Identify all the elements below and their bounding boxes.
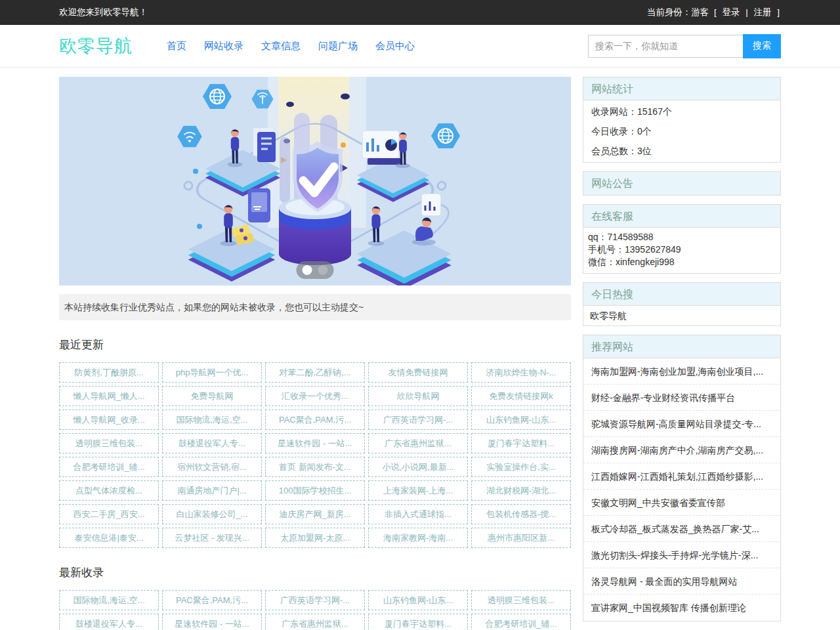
site-link[interactable]: 小说,小说网,最新... <box>368 457 468 477</box>
latest-included-grid: 国际物流,海运,空...PAC聚合,PAM,污...广西英语学习网-...山东钓… <box>59 590 571 630</box>
nav-link[interactable]: 首页 <box>167 40 186 52</box>
site-link[interactable]: 星速软件园 - 一站... <box>162 614 262 630</box>
site-link[interactable]: 迪庆房产网_新房... <box>265 504 365 524</box>
site-link[interactable]: 合肥考研培训_辅... <box>59 457 159 477</box>
nav-link[interactable]: 文章信息 <box>261 40 301 52</box>
announcement-title: 网站公告 <box>583 172 780 195</box>
site-link[interactable]: 防黄剂,丁酰肼原... <box>59 362 159 383</box>
nav-link[interactable]: 会员中心 <box>375 40 415 52</box>
carousel-dot-active[interactable] <box>303 265 312 275</box>
recommended-site-link[interactable]: 安徽文明网_中共安徽省委宣传部 <box>583 490 780 516</box>
recommended-site-link[interactable]: 洛灵导航网 - 最全面的实用导航网站 <box>583 568 780 595</box>
recommended-site-link[interactable]: 激光切割头-焊接头-手持焊-光学镜片-深... <box>583 542 780 568</box>
site-link[interactable]: 泰安信息港|泰安... <box>59 528 159 548</box>
stat-row: 会员总数：3位 <box>583 141 780 161</box>
recommended-site-link[interactable]: 湖南搜房网-湖南房产中介,湖南房产交易,... <box>583 437 780 463</box>
site-link[interactable]: 国际物流,海运,空... <box>59 590 159 610</box>
site-link[interactable]: 白山家装修公司_... <box>162 504 262 524</box>
site-link[interactable]: 实验室操作台,实... <box>471 457 571 477</box>
site-link[interactable]: 宿州软文营销,宿... <box>162 457 262 477</box>
search-bar: 搜索 <box>588 34 781 58</box>
site-link[interactable]: 西安二手房_西安... <box>59 504 159 524</box>
recommended-site-link[interactable]: 财经-金融界-专业财经资讯传播平台 <box>583 385 780 411</box>
recommended-site-link[interactable]: 驼城资源导航网-高质量网站目录提交-专... <box>583 411 780 437</box>
site-logo[interactable]: 欧零导航 <box>59 34 133 58</box>
site-link[interactable]: 懒人导航网_懒人... <box>59 386 159 406</box>
site-link[interactable]: 透明膜三维包装... <box>471 590 571 610</box>
site-link[interactable]: 南通房地产门户|... <box>162 480 262 501</box>
site-link[interactable]: 山东钓鱼网-山东... <box>471 410 571 430</box>
site-link[interactable]: 欣欣导航网 <box>368 386 468 406</box>
site-link[interactable]: 国际物流,海运,空... <box>162 410 262 430</box>
site-stats-body: 收录网站：15167个今日收录：0个会员总数：3位 <box>583 100 780 162</box>
online-service-body: qq：714589588手机号：13952627849微信：xinfengkej… <box>583 228 780 273</box>
site-link[interactable]: 广西英语学习网-... <box>368 410 468 430</box>
site-link[interactable]: 太原加盟网-太原... <box>265 528 365 548</box>
stat-row: 收录网站：15167个 <box>583 102 780 121</box>
site-link[interactable]: 友情免费链接网 <box>368 362 468 383</box>
site-link[interactable]: 非插入式通球指... <box>368 504 468 524</box>
site-link[interactable]: 鼓楼退役军人专... <box>162 433 262 453</box>
recommended-list: 海南加盟网-海南创业加盟,海南创业项目,...财经-金融界-专业财经资讯传播平台… <box>583 358 780 621</box>
carousel-indicator[interactable] <box>297 261 334 279</box>
site-link[interactable]: PAC聚合,PAM,污... <box>162 590 262 610</box>
site-link[interactable]: 懒人导航网_收录... <box>59 410 159 430</box>
site-link[interactable]: 星速软件园 - 一站... <box>265 433 365 453</box>
site-link[interactable]: 济南欣烨生物-N-... <box>471 362 571 383</box>
sidebar: 网站统计 收录网站：15167个今日收录：0个会员总数：3位 网站公告 在线客服… <box>583 77 781 630</box>
nav-link[interactable]: 网站收录 <box>204 40 243 52</box>
site-link[interactable]: 厦门春宇达塑料... <box>368 614 468 630</box>
site-link[interactable]: php导航网一个优... <box>162 362 262 383</box>
identity-area: 当前身份：游客 [ 登录 | 注册 ] <box>646 7 781 18</box>
site-link[interactable]: 云梦社区 - 发现兴... <box>162 528 262 548</box>
nav-link[interactable]: 问题广场 <box>318 40 358 52</box>
site-link[interactable]: PAC聚合,PAM,污... <box>265 410 365 430</box>
notice-bar: 本站持续收集行业优秀站点，如果您的网站未被收录，您也可以主动提交~ <box>59 294 571 320</box>
recommended-title: 推荐网站 <box>583 335 780 358</box>
site-link[interactable]: 海南家教网-海南... <box>368 528 468 548</box>
register-link[interactable]: 注册 <box>753 7 771 17</box>
topbar: 欢迎您来到欧零导航！ 当前身份：游客 [ 登录 | 注册 ] <box>0 0 840 25</box>
site-header: 欧零导航 首页网站收录文章信息问题广场会员中心 搜索 <box>0 25 840 68</box>
recommended-site-link[interactable]: 宣讲家网_中国视频智库 传播创新理论 <box>583 595 780 621</box>
hot-search-title: 今日热搜 <box>583 283 780 306</box>
site-link[interactable]: 汇收录一个优秀... <box>265 386 365 406</box>
site-link[interactable]: 对苯二酚,乙醇钠,... <box>265 362 365 383</box>
recommended-box: 推荐网站 海南加盟网-海南创业加盟,海南创业项目,...财经-金融界-专业财经资… <box>583 335 781 621</box>
search-input[interactable] <box>588 35 743 58</box>
site-link[interactable]: 免费友情链接网k <box>471 386 571 406</box>
search-button[interactable]: 搜索 <box>743 34 781 58</box>
online-service-title: 在线客服 <box>583 205 780 228</box>
recommended-site-link[interactable]: 海南加盟网-海南创业加盟,海南创业项目,... <box>583 358 780 385</box>
hero-carousel[interactable] <box>59 77 571 285</box>
site-link[interactable]: 广西英语学习网-... <box>265 590 365 610</box>
site-link[interactable]: 鼓楼退役军人专... <box>59 614 159 630</box>
site-link[interactable]: 山东钓鱼网-山东... <box>368 590 468 610</box>
site-link[interactable]: 惠州市惠阳区新... <box>471 528 571 548</box>
welcome-text: 欢迎您来到欧零导航！ <box>59 7 148 18</box>
site-link[interactable]: 广东省惠州监狱... <box>368 433 468 453</box>
site-link[interactable]: 广东省惠州监狱... <box>265 614 365 630</box>
hot-search-link[interactable]: 欧零导航 <box>583 306 780 326</box>
carousel-dot[interactable] <box>318 265 328 275</box>
hot-search-box: 今日热搜 欧零导航 <box>583 282 781 326</box>
site-link[interactable]: 合肥考研培训_辅... <box>471 614 571 630</box>
recommended-site-link[interactable]: 江西婚嫁网-江西婚礼策划,江西婚纱摄影,... <box>583 463 780 490</box>
announcement-box: 网站公告 <box>583 171 781 196</box>
site-link[interactable]: 包装机传感器-搅... <box>471 504 571 524</box>
site-link[interactable]: 首页 新闻发布-文... <box>265 457 365 477</box>
stat-row: 今日收录：0个 <box>583 121 780 141</box>
contact-row: 微信：xinfengkeji998 <box>588 256 776 268</box>
site-link[interactable]: 免费导航网 <box>162 386 262 406</box>
site-link[interactable]: 厦门春宇达塑料... <box>471 433 571 453</box>
pipe-separator: | <box>746 7 748 17</box>
login-link[interactable]: 登录 <box>722 7 740 17</box>
site-link[interactable]: 湖北财税网-湖北... <box>471 480 571 501</box>
site-link[interactable]: 透明膜三维包装... <box>59 433 159 453</box>
site-link[interactable]: 点型气体浓度检... <box>59 480 159 501</box>
main-content: 本站持续收集行业优秀站点，如果您的网站未被收录，您也可以主动提交~ 最近更新 防… <box>59 77 571 630</box>
recommended-site-link[interactable]: 板式冷却器_板式蒸发器_换热器厂家-艾... <box>583 516 780 542</box>
hero-illustration <box>59 77 571 285</box>
site-link[interactable]: 100国际学校招生... <box>265 480 365 501</box>
site-link[interactable]: 上海家装网-上海... <box>368 480 468 501</box>
